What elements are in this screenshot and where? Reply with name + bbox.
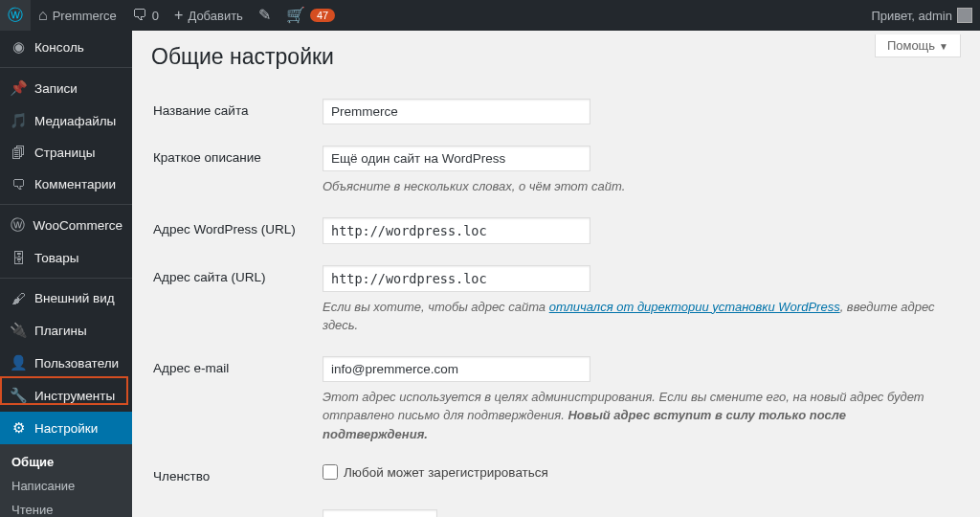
forms-icon: ✎ [258, 8, 271, 23]
input-site-title[interactable] [323, 99, 590, 124]
comments-count: 0 [152, 9, 159, 23]
comments-link[interactable]: 🗨0 [124, 0, 167, 31]
menu-label: Внешний вид [34, 291, 115, 305]
input-tagline[interactable] [323, 146, 590, 171]
add-new-label: Добавить [188, 9, 242, 23]
cart-link[interactable]: 🛒47 [278, 0, 343, 31]
plus-icon: + [174, 8, 183, 23]
cart-icon: 🛒 [286, 8, 305, 23]
membership-cb-text: Любой может зарегистрироваться [344, 465, 548, 480]
user-icon: 👤 [10, 354, 27, 371]
wordpress-icon: ⓦ [8, 8, 23, 23]
wp-logo[interactable]: ⓦ [0, 0, 31, 31]
pin-icon: 📌 [10, 79, 27, 97]
help-tab[interactable]: Помощь▼ [875, 34, 961, 57]
menu-dashboard[interactable]: ◉Консоль [0, 31, 132, 63]
input-siteurl[interactable] [323, 265, 590, 292]
menu-label: Консоль [34, 40, 84, 55]
chevron-down-icon: ▼ [939, 41, 948, 52]
plug-icon: 🔌 [10, 322, 27, 339]
menu-label: Медиафайлы [34, 114, 116, 128]
desc-email: Этот адрес используется в целях админист… [323, 388, 949, 444]
label-email: Адрес e-mail [153, 347, 321, 454]
woocommerce-icon: ⓦ [10, 216, 25, 235]
archive-icon: 🗄 [10, 250, 27, 266]
input-wpurl[interactable] [323, 217, 590, 244]
greeting-text: Привет, admin [871, 9, 952, 23]
menu-pages[interactable]: 🗐Страницы [0, 137, 132, 169]
label-site-title: Название сайта [153, 89, 321, 134]
menu-label: Плагины [34, 324, 87, 338]
admin-bar: ⓦ ⌂Premmerce 🗨0 +Добавить ✎ 🛒47 Привет, … [0, 0, 980, 31]
menu-label: WooCommerce [33, 218, 122, 233]
menu-label: Пользователи [34, 356, 119, 371]
home-icon: ⌂ [38, 8, 48, 23]
menu-posts[interactable]: 📌Записи [0, 67, 132, 104]
select-default-role[interactable]: Подписчик [323, 509, 437, 517]
label-tagline: Краткое описание [153, 136, 321, 206]
submenu-reading[interactable]: Чтение [0, 498, 132, 517]
site-name: Premmerce [53, 9, 117, 23]
avatar [957, 8, 972, 23]
label-wpurl: Адрес WordPress (URL) [153, 208, 321, 254]
brush-icon: 🖌 [10, 290, 27, 306]
comment-icon: 🗨 [132, 8, 147, 23]
label-membership: Членство [153, 455, 321, 498]
settings-form: Название сайта Краткое описание Объяснит… [151, 87, 961, 517]
comment-icon: 🗨 [10, 176, 27, 192]
sliders-icon: ⚙ [10, 419, 27, 437]
account-link[interactable]: Привет, admin [863, 0, 980, 31]
menu-plugins[interactable]: 🔌Плагины [0, 314, 132, 347]
admin-sidebar: ◉Консоль 📌Записи 🎵Медиафайлы 🗐Страницы 🗨… [0, 31, 132, 517]
label-default-role: Роль нового пользователя [153, 500, 321, 517]
add-new[interactable]: +Добавить [167, 0, 251, 31]
page-title: Общие настройки [151, 31, 961, 87]
menu-label: Страницы [34, 146, 95, 160]
input-email[interactable] [323, 356, 590, 382]
menu-label: Товары [34, 251, 78, 265]
forms-link[interactable]: ✎ [251, 0, 278, 31]
cart-badge: 47 [310, 9, 335, 22]
help-label: Помощь [887, 38, 935, 53]
menu-tools[interactable]: 🔧Инструменты [0, 379, 132, 412]
menu-comments[interactable]: 🗨Комментарии [0, 169, 132, 200]
site-link[interactable]: ⌂Premmerce [31, 0, 124, 31]
menu-settings[interactable]: ⚙Настройки [0, 412, 132, 444]
dashboard-icon: ◉ [10, 38, 27, 56]
media-icon: 🎵 [10, 112, 27, 129]
desc-siteurl: Если вы хотите, чтобы адрес сайта отлича… [323, 298, 949, 335]
checkbox-membership[interactable] [323, 464, 338, 480]
membership-label[interactable]: Любой может зарегистрироваться [323, 464, 949, 480]
menu-products[interactable]: 🗄Товары [0, 242, 132, 274]
submenu-writing[interactable]: Написание [0, 474, 132, 498]
menu-woocommerce[interactable]: ⓦWooCommerce [0, 204, 132, 242]
submenu-general[interactable]: Общие [0, 450, 132, 474]
menu-label: Комментарии [34, 177, 116, 191]
menu-media[interactable]: 🎵Медиафайлы [0, 104, 132, 137]
menu-label: Записи [34, 81, 78, 96]
desc-tagline: Объясните в нескольких словах, о чём это… [323, 177, 949, 196]
label-siteurl: Адрес сайта (URL) [153, 256, 321, 345]
menu-label: Инструменты [34, 389, 115, 403]
menu-users[interactable]: 👤Пользователи [0, 347, 132, 379]
wrench-icon: 🔧 [10, 387, 27, 404]
settings-submenu: Общие Написание Чтение Обсуждение Медиаф… [0, 444, 132, 517]
menu-label: Настройки [34, 421, 98, 436]
menu-appearance[interactable]: 🖌Внешний вид [0, 278, 132, 314]
pages-icon: 🗐 [10, 145, 27, 161]
content-area: Помощь▼ Общие настройки Название сайта К… [132, 31, 980, 517]
link-siteurl-diff[interactable]: отличался от директории установки WordPr… [549, 300, 840, 314]
